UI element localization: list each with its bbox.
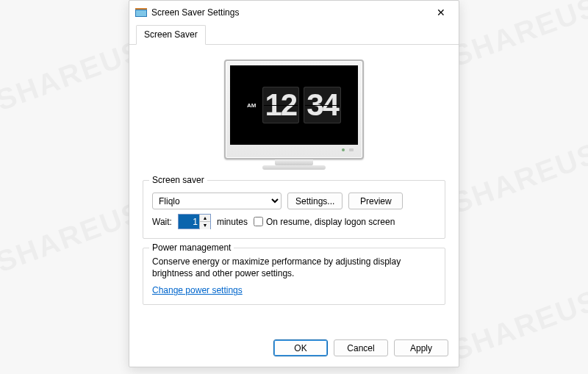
flip-clock-hours: 12 xyxy=(262,87,300,123)
watermark: SHAREUS xyxy=(0,34,148,118)
on-resume-checkbox-label[interactable]: On resume, display logon screen xyxy=(254,217,395,227)
dialog-body: AM 12 34 Screen saver Fliqlo Settings...… xyxy=(129,45,459,334)
window-title: Screen Saver Settings xyxy=(151,7,429,18)
screen-saver-group: Screen saver Fliqlo Settings... Preview … xyxy=(143,180,445,239)
dialog-footer: OK Cancel Apply xyxy=(129,334,459,367)
window-icon xyxy=(135,8,147,17)
on-resume-checkbox[interactable] xyxy=(254,217,263,226)
svg-rect-2 xyxy=(135,8,147,10)
monitor-button-icon xyxy=(349,148,354,151)
wait-minutes-value[interactable]: 1 xyxy=(179,215,199,229)
change-power-settings-link[interactable]: Change power settings xyxy=(152,285,243,295)
settings-button[interactable]: Settings... xyxy=(287,193,343,209)
watermark: SHAREUS xyxy=(448,284,588,367)
power-management-description: Conserve energy or maximize performance … xyxy=(152,256,436,279)
wait-minutes-spinner[interactable]: 1 ▲ ▼ xyxy=(178,214,211,229)
tabstrip: Screen Saver xyxy=(129,24,459,45)
screen-saver-settings-window: Screen Saver Settings ✕ Screen Saver AM … xyxy=(129,0,459,367)
svg-rect-1 xyxy=(136,10,146,16)
ok-button[interactable]: OK xyxy=(273,339,328,356)
spinner-up-icon[interactable]: ▲ xyxy=(200,215,210,222)
preview-minutes: 34 xyxy=(306,90,338,121)
watermark: SHAREUS xyxy=(0,195,148,279)
minutes-label: minutes xyxy=(217,217,248,227)
tab-screen-saver[interactable]: Screen Saver xyxy=(136,25,206,45)
close-button[interactable]: ✕ xyxy=(429,7,453,18)
wait-label: Wait: xyxy=(152,217,172,227)
preview-ampm: AM xyxy=(247,102,256,109)
apply-button[interactable]: Apply xyxy=(394,339,448,356)
on-resume-text: On resume, display logon screen xyxy=(266,217,395,227)
power-management-legend: Power management xyxy=(149,242,234,253)
spinner-down-icon[interactable]: ▼ xyxy=(200,222,210,229)
monitor-led-icon xyxy=(342,148,345,151)
power-management-group: Power management Conserve energy or maxi… xyxy=(143,248,445,305)
titlebar[interactable]: Screen Saver Settings ✕ xyxy=(129,1,459,24)
cancel-button[interactable]: Cancel xyxy=(334,339,388,356)
preview-hours: 12 xyxy=(265,90,297,121)
screensaver-select[interactable]: Fliqlo xyxy=(152,193,282,209)
screen-saver-legend: Screen saver xyxy=(149,175,207,185)
screensaver-preview-monitor: AM 12 34 xyxy=(143,55,445,180)
preview-button[interactable]: Preview xyxy=(348,193,403,209)
watermark: SHAREUS xyxy=(448,137,588,220)
watermark: SHAREUS xyxy=(448,0,588,73)
flip-clock-minutes: 34 xyxy=(304,87,341,123)
